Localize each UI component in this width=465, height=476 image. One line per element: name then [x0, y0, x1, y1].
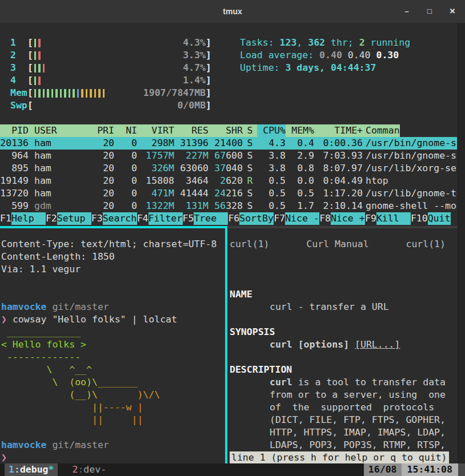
meter-bar [38, 51, 41, 60]
text-segment: curl(1) [406, 238, 446, 251]
shell-pane[interactable]: Content-Type: text/html; charset=UTF-8Co… [0, 228, 225, 463]
meter-bar [34, 51, 37, 60]
fkey-f2[interactable]: F2Setup [46, 212, 91, 225]
text-segment: 123 [280, 37, 297, 48]
fkey-label: Help [11, 212, 46, 225]
process-cell: 13720 [0, 187, 29, 200]
fkey-f1[interactable]: F1Help [0, 212, 46, 225]
man-page-pane[interactable]: curl(1)Curl Manualcurl(1)NAMEcurl - tran… [227, 228, 458, 463]
process-cell: 4.3 [257, 137, 286, 150]
terminal-line [230, 263, 458, 276]
man-body-line: LDAPS, POP3, POP3S, RTMP, RTSP, [230, 439, 458, 451]
meter-bar [38, 64, 41, 72]
meter-open-bracket: [ [27, 99, 33, 112]
process-cell: 41444 [174, 187, 209, 200]
text-segment: curl - transfer a URL [270, 301, 389, 312]
text-segment: 0.40 [319, 50, 342, 60]
column-header-user[interactable]: USER [29, 124, 86, 137]
process-cell: 326M [137, 162, 174, 175]
process-cell: 895 [0, 162, 29, 175]
process-cell: 0 [114, 200, 137, 212]
process-cell: 19149 [0, 175, 29, 187]
process-cell: 1322M [137, 200, 174, 212]
meter-bar [34, 64, 37, 72]
process-cell: S [243, 162, 257, 175]
meter-bar [69, 89, 71, 98]
process-cell: 131M [174, 200, 209, 212]
process-cell: gnome-shell --mod [363, 200, 457, 212]
fkey-f5[interactable]: F5Tree [183, 212, 229, 225]
meter-bar [60, 89, 62, 98]
process-row[interactable]: 964ham2001757M227M67600S3.82.97:03.93/us… [0, 150, 457, 162]
process-row[interactable]: 13720ham200471M4144424216S0.50.51:17.20/… [0, 187, 457, 200]
meter-open-bracket: [ [27, 49, 33, 62]
meter-open-bracket: [ [27, 74, 33, 87]
column-header-pid[interactable]: PID [0, 124, 29, 137]
column-header-pri[interactable]: PRI [86, 124, 114, 137]
meter-value: 4.7% [183, 62, 206, 74]
fkey-f8[interactable]: F8Nice + [319, 212, 365, 225]
meter-bar [73, 89, 75, 98]
man-body-line: (DICT, FILE, FTP, FTPS, GOPHER, [230, 414, 458, 426]
meter-bar [94, 89, 97, 98]
fkey-f6[interactable]: F6SortBy [228, 212, 274, 225]
fkey-f4[interactable]: F4Filter [137, 212, 183, 225]
process-cell: 0.4 [286, 137, 314, 150]
process-cell: 0.5 [257, 200, 286, 212]
meter-bars [33, 51, 183, 60]
column-header-cpu[interactable]: CPU% [257, 124, 286, 137]
prompt-input-line[interactable]: ❯ [1, 451, 225, 463]
meter-value: 0/0MB [177, 99, 206, 112]
text-segment: dev- [83, 463, 106, 476]
maximize-button[interactable]: □ [425, 5, 434, 18]
fkey-f10[interactable]: F10Quit [411, 212, 451, 225]
process-cell: ham [29, 162, 86, 175]
column-header-res[interactable]: RES [174, 124, 209, 137]
process-row[interactable]: 895ham200326M6306037040S3.80.88:07.97/us… [0, 162, 457, 175]
text-segment: curl(1) [230, 238, 270, 251]
column-header-shr[interactable]: SHR [209, 124, 243, 137]
fkey-f9[interactable]: F9Kill [365, 212, 411, 225]
meter-bar [38, 39, 41, 47]
tmux-window-tab-dev[interactable]: 2:dev- [68, 463, 110, 476]
text-segment: \ ^__^ [1, 364, 92, 375]
close-button[interactable]: ✕ [448, 5, 457, 18]
column-header-ni[interactable]: NI [114, 124, 137, 137]
fkey-f7[interactable]: F7Nice - [274, 212, 319, 225]
text-segment: 362 [308, 37, 325, 48]
meter-bar [34, 76, 37, 85]
process-cell: ham [29, 175, 86, 187]
process-row[interactable]: 19149ham2001580834642620R0.50.00:04.49ht… [0, 175, 457, 187]
process-row[interactable]: 599gdm2001322M131M56328S0.51.72:10.14gno… [0, 200, 457, 212]
process-cell: 0 [114, 162, 137, 175]
column-header-command[interactable]: Command [363, 124, 400, 137]
pager-status-line: line 1 (press h for help or q to quit) [230, 451, 458, 463]
titlebar: tmux –□✕ [0, 0, 465, 23]
man-body-line: from or to a server, using one [230, 389, 458, 401]
htop-process-table: PIDUSERPRINIVIRTRESSHRSCPU%MEM%TIME+Comm… [0, 124, 457, 212]
column-header-virt[interactable]: VIRT [137, 124, 174, 137]
column-header-time[interactable]: TIME+ [314, 124, 363, 137]
htop-function-key-bar: F1Help F2Setup F3SearchF4FilterF5Tree F6… [0, 212, 451, 225]
process-row[interactable]: 20136ham200298M3139621400S4.30.40:00.36/… [0, 137, 457, 150]
column-header-mem[interactable]: MEM% [286, 124, 314, 137]
cpu-meter-row: 4[1.4%] [10, 74, 211, 87]
cow-art-line: ||----w | [1, 401, 225, 414]
text-segment: ❯ [1, 314, 13, 325]
process-cell: htop [363, 175, 457, 187]
text-segment: 2 [359, 37, 365, 48]
text-segment: _____________ [1, 326, 81, 337]
minimize-button[interactable]: – [402, 5, 411, 18]
man-body-line: HTTP, HTTPS, IMAP, IMAPS, LDAP, [230, 426, 458, 439]
column-header-s[interactable]: S [243, 124, 257, 137]
fkey-label: Search [103, 212, 137, 225]
process-cell: 2.9 [286, 150, 314, 162]
terminal-line [1, 288, 225, 301]
man-section-heading: NAME [230, 288, 458, 301]
maximize-icon: □ [427, 7, 432, 15]
text-segment: LDAPS, POP3, POP3S, RTMP, RTSP, [270, 439, 446, 450]
tmux-window-tab-debug[interactable]: 1:debug* [5, 463, 58, 476]
terminal-line [230, 313, 458, 326]
process-cell: 0 [114, 175, 137, 187]
fkey-f3[interactable]: F3Search [91, 212, 137, 225]
